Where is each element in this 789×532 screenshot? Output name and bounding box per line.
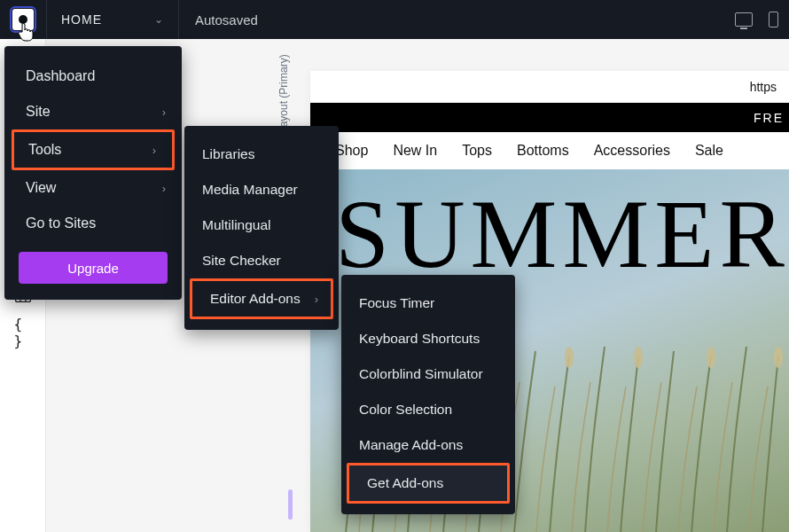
addon-color-selection[interactable]: Color Selection	[341, 392, 515, 427]
desktop-view-icon[interactable]	[735, 12, 753, 27]
menu-view-label: View	[26, 180, 56, 196]
url-fragment: https	[750, 80, 777, 94]
menu-go-to-sites[interactable]: Go to Sites	[4, 206, 182, 241]
submenu-editor-addons-label: Editor Add-ons	[210, 291, 301, 307]
nav-accessories[interactable]: Accessories	[594, 143, 670, 159]
menu-tools[interactable]: Tools ›	[14, 132, 172, 168]
nav-new-in[interactable]: New In	[393, 143, 437, 159]
highlight-tools: Tools ›	[12, 129, 175, 170]
nav-bottoms[interactable]: Bottoms	[517, 143, 569, 159]
nav-sale[interactable]: Sale	[695, 143, 723, 159]
chevron-right-icon: ›	[315, 293, 318, 306]
addon-get-addons-label: Get Add-ons	[367, 475, 443, 491]
promo-bar: FRE	[310, 103, 789, 132]
addon-focus-timer[interactable]: Focus Timer	[341, 286, 515, 321]
app-logo	[12, 9, 34, 30]
addon-get-addons[interactable]: Get Add-ons	[349, 466, 507, 501]
hero-title: SUMMER	[335, 178, 789, 291]
mobile-view-icon[interactable]	[769, 12, 778, 27]
app-menu: Dashboard Site › Tools › View › Go to Si…	[4, 46, 182, 300]
chevron-right-icon: ›	[152, 144, 156, 157]
submenu-site-checker-label: Site Checker	[202, 253, 281, 269]
submenu-multilingual[interactable]: Multilingual	[184, 207, 339, 243]
submenu-site-checker[interactable]: Site Checker	[184, 243, 339, 278]
svg-point-10	[707, 347, 715, 368]
device-switcher	[735, 12, 789, 27]
submenu-media-manager-label: Media Manager	[202, 182, 298, 198]
addon-color-selection-label: Color Selection	[359, 402, 452, 418]
chevron-right-icon: ›	[162, 182, 166, 195]
svg-point-8	[565, 347, 574, 368]
submenu-libraries[interactable]: Libraries	[184, 137, 339, 172]
upgrade-button[interactable]: Upgrade	[19, 252, 168, 284]
tools-submenu: Libraries Media Manager Multilingual Sit…	[184, 126, 339, 330]
addon-keyboard-shortcuts[interactable]: Keyboard Shortcuts	[341, 321, 515, 356]
addon-colorblind-simulator-label: Colorblind Simulator	[359, 366, 483, 382]
braces-icon[interactable]: { }	[14, 325, 32, 340]
submenu-media-manager[interactable]: Media Manager	[184, 172, 339, 207]
app-menu-button[interactable]	[0, 0, 46, 39]
addon-manage-addons-label: Manage Add-ons	[359, 437, 463, 453]
addon-manage-addons[interactable]: Manage Add-ons	[341, 427, 515, 463]
autosave-status: Autosaved	[179, 12, 274, 27]
addon-keyboard-shortcuts-label: Keyboard Shortcuts	[359, 331, 480, 347]
nav-shop[interactable]: Shop	[335, 143, 368, 159]
menu-view[interactable]: View ›	[4, 170, 182, 206]
svg-point-11	[774, 347, 783, 368]
url-bar: https	[310, 71, 789, 103]
submenu-libraries-label: Libraries	[202, 146, 254, 162]
addon-focus-timer-label: Focus Timer	[359, 295, 434, 311]
site-nav: Shop New In Tops Bottoms Accessories Sal…	[310, 132, 789, 169]
menu-site-label: Site	[26, 104, 51, 120]
submenu-editor-addons[interactable]: Editor Add-ons ›	[192, 281, 331, 317]
highlight-get-addons: Get Add-ons	[347, 463, 510, 504]
page-selector[interactable]: HOME ⌄	[46, 0, 179, 39]
addon-colorblind-simulator[interactable]: Colorblind Simulator	[341, 356, 515, 392]
layout-label: Layout (Primary)	[277, 54, 290, 133]
page-selector-label: HOME	[61, 12, 102, 27]
chevron-right-icon: ›	[162, 106, 166, 119]
topbar: HOME ⌄ Autosaved	[0, 0, 789, 39]
submenu-multilingual-label: Multilingual	[202, 217, 271, 233]
promo-text: FRE	[754, 111, 784, 125]
menu-tools-label: Tools	[28, 142, 61, 158]
menu-dashboard[interactable]: Dashboard	[4, 59, 182, 94]
nav-tops[interactable]: Tops	[462, 143, 492, 159]
highlight-editor-addons: Editor Add-ons ›	[190, 278, 333, 319]
editor-addons-submenu: Focus Timer Keyboard Shortcuts Colorblin…	[341, 275, 515, 514]
chevron-down-icon: ⌄	[154, 13, 164, 26]
menu-dashboard-label: Dashboard	[26, 68, 95, 84]
svg-point-9	[634, 347, 643, 368]
menu-site[interactable]: Site ›	[4, 94, 182, 129]
menu-go-to-sites-label: Go to Sites	[26, 215, 96, 231]
panel-resize-handle[interactable]	[288, 489, 293, 520]
